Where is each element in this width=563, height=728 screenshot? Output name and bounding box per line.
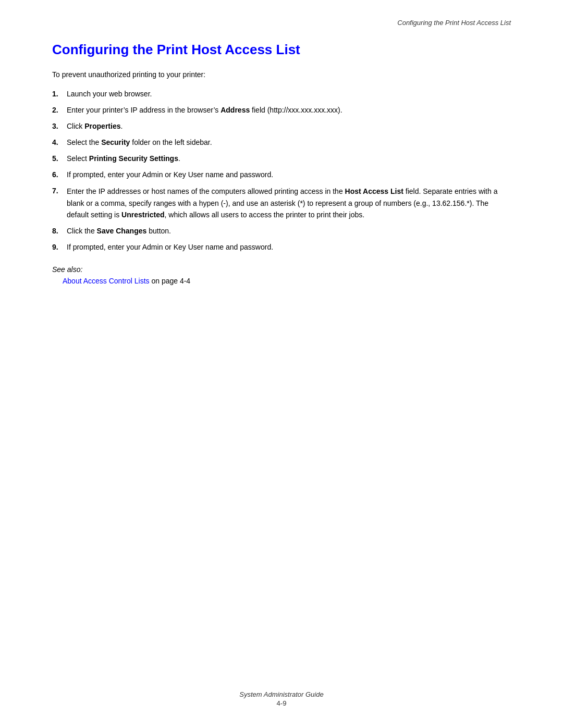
page-footer: System Administrator Guide 4-9 [0,690,563,707]
step-8-content: Click the Save Changes button. [67,226,511,237]
step-6-content: If prompted, enter your Admin or Key Use… [67,169,511,180]
step-9-content: If prompted, enter your Admin or Key Use… [67,242,511,253]
step-8: 8. Click the Save Changes button. [52,226,511,237]
see-also-page-ref: on page 4-4 [150,277,191,285]
step-6-number: 6. [52,169,67,180]
see-also-label: See also: [52,265,511,274]
step-3-number: 3. [52,121,67,132]
page-header: Configuring the Print Host Access List [397,19,511,27]
step-3: 3. Click Properties. [52,121,511,132]
step-2: 2. Enter your printer’s IP address in th… [52,105,511,116]
step-4-number: 4. [52,137,67,148]
step-4-content: Select the Security folder on the left s… [67,137,511,148]
step-8-number: 8. [52,226,67,237]
step-1-content: Launch your web browser. [67,89,511,100]
step-7-content: Enter the IP addresses or host names of … [67,186,511,220]
see-also-line: About Access Control Lists on page 4-4 [52,277,511,285]
step-5-number: 5. [52,153,67,164]
see-also-link[interactable]: About Access Control Lists [63,277,150,285]
step-5: 5. Select Printing Security Settings. [52,153,511,164]
step-3-content: Click Properties. [67,121,511,132]
step-2-number: 2. [52,105,67,116]
content-area: Configuring the Print Host Access List T… [52,42,511,285]
see-also-section: See also: About Access Control Lists on … [52,265,511,285]
step-9: 9. If prompted, enter your Admin or Key … [52,242,511,253]
steps-list: 1. Launch your web browser. 2. Enter you… [52,89,511,253]
intro-text: To prevent unauthorized printing to your… [52,69,511,80]
step-6: 6. If prompted, enter your Admin or Key … [52,169,511,180]
step-7-number: 7. [52,186,67,196]
step-7: 7. Enter the IP addresses or host names … [52,186,511,220]
step-9-number: 9. [52,242,67,253]
step-2-content: Enter your printer’s IP address in the b… [67,105,511,116]
footer-page: 4-9 [0,699,563,707]
header-text: Configuring the Print Host Access List [397,19,511,27]
step-5-content: Select Printing Security Settings. [67,153,511,164]
page-container: Configuring the Print Host Access List C… [0,0,563,728]
footer-title: System Administrator Guide [0,690,563,698]
step-1-number: 1. [52,89,67,100]
step-1: 1. Launch your web browser. [52,89,511,100]
page-title: Configuring the Print Host Access List [52,42,511,58]
step-4: 4. Select the Security folder on the lef… [52,137,511,148]
